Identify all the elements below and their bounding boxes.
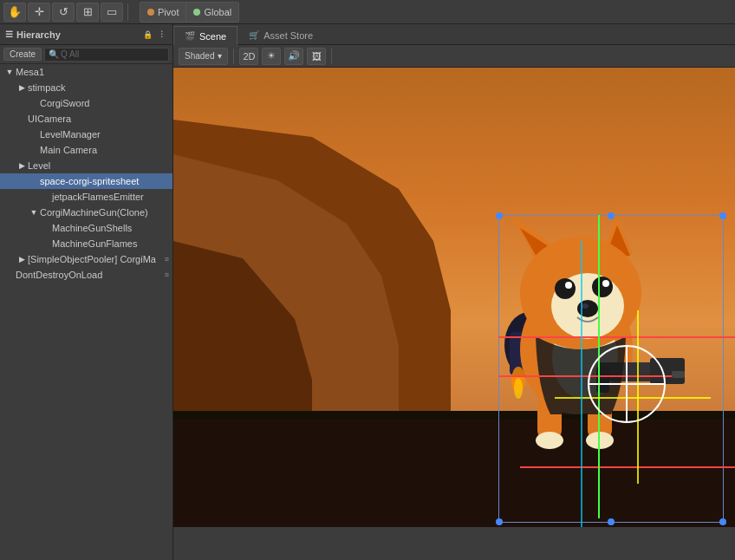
item-label: Main Camera [40, 145, 97, 155]
scene-toolbar-sep2 [331, 49, 332, 64]
scene-panel: 🎬 Scene 🛒 Asset Store Shaded ▾ 2D ☀ 🔊 [173, 24, 735, 560]
move-tool-button[interactable]: ✛ [28, 3, 50, 22]
hierarchy-item-flames[interactable]: MachineGunFlames [0, 236, 172, 251]
hierarchy-header-actions: 🔒 ⋮ [141, 29, 167, 41]
item-label: MachineGunFlames [52, 238, 137, 249]
hierarchy-toolbar: Create 🔍 Q All [0, 45, 172, 64]
hand-tool-button[interactable]: ✋ [3, 3, 26, 22]
item-label: MachineGunShells [52, 223, 132, 233]
hierarchy-item-stimpack[interactable]: ▶ stimpack [0, 80, 172, 95]
item-label: [SimpleObjectPooler] CorgiMa [28, 254, 156, 264]
item-label: CorgiSword [40, 98, 89, 108]
assetstore-tab-label: Asset Store [263, 30, 313, 41]
pivot-label: Pivot [158, 7, 179, 17]
scene-tab-label: Scene [199, 31, 226, 42]
scene-tab-icon: 🎬 [185, 31, 195, 41]
arrow-icon: ▶ [16, 161, 28, 170]
hierarchy-item-corgisword[interactable]: CorgiSword [0, 95, 172, 111]
hierarchy-panel: ☰ Hierarchy 🔒 ⋮ Create 🔍 Q All ▼ Mesa1 ▶ [0, 24, 173, 560]
hierarchy-item-levelmanager[interactable]: LevelManager [0, 127, 172, 142]
svg-point-23 [592, 277, 613, 297]
audio-icon: 🔊 [288, 50, 300, 62]
pivot-global-group: Pivot Global [140, 2, 239, 23]
item-label: LevelManager [40, 129, 101, 140]
scene-viewport[interactable] [173, 68, 735, 560]
svg-point-26 [577, 300, 598, 317]
toolbar-separator [127, 3, 128, 21]
rect-tool-button[interactable]: ▭ [101, 3, 123, 22]
item-label: Mesa1 [16, 67, 44, 77]
hierarchy-title: Hierarchy [16, 29, 61, 40]
asset-store-tab[interactable]: 🛒 Asset Store [237, 25, 324, 44]
create-button[interactable]: Create [3, 48, 42, 61]
svg-point-25 [602, 280, 609, 287]
effects-icon: 🖼 [312, 51, 322, 62]
hierarchy-item-dontdestroy[interactable]: DontDestroyOnLoad ≡ [0, 267, 172, 283]
item-label: stimpack [28, 82, 65, 93]
arrow-icon: ▶ [16, 83, 28, 92]
2d-label: 2D [243, 51, 255, 62]
global-dot-icon [193, 9, 200, 16]
hierarchy-menu-button[interactable]: ⋮ [155, 29, 167, 41]
scene-toolbar-sep1 [233, 49, 234, 64]
svg-point-9 [514, 378, 523, 399]
hierarchy-list: ▼ Mesa1 ▶ stimpack CorgiSword UICamera L… [0, 64, 172, 560]
item-label: DontDestroyOnLoad [16, 270, 102, 280]
hierarchy-lock-button[interactable]: 🔒 [141, 29, 153, 41]
shading-chevron-icon: ▾ [218, 51, 222, 61]
item-label: space-corgi-spritesheet [40, 176, 139, 186]
scene-tabs: 🎬 Scene 🛒 Asset Store [173, 24, 735, 45]
main-layout: ☰ Hierarchy 🔒 ⋮ Create 🔍 Q All ▼ Mesa1 ▶ [0, 24, 735, 560]
item-label: jetpackFlamesEmitter [52, 192, 144, 202]
item-menu-icon: ≡ [165, 255, 169, 264]
hierarchy-search[interactable]: 🔍 Q All [44, 48, 169, 62]
lighting-icon: ☀ [267, 50, 276, 62]
item-label: UICamera [28, 114, 71, 124]
item-label: Level [28, 160, 50, 171]
hierarchy-item-maincamera[interactable]: Main Camera [0, 142, 172, 158]
search-placeholder: Q All [61, 49, 79, 59]
svg-point-22 [555, 278, 576, 299]
hierarchy-item-shells[interactable]: MachineGunShells [0, 220, 172, 236]
svg-point-27 [582, 303, 589, 309]
rotate-tool-button[interactable]: ↺ [52, 3, 75, 22]
svg-point-13 [536, 432, 563, 449]
item-menu-icon: ≡ [165, 270, 169, 279]
shading-dropdown[interactable]: Shaded ▾ [179, 48, 228, 65]
2d-button[interactable]: 2D [239, 48, 258, 65]
top-toolbar: ✋ ✛ ↺ ⊞ ▭ Pivot Global [0, 0, 735, 24]
shading-label: Shaded [185, 51, 214, 61]
scene-tab[interactable]: 🎬 Scene [173, 26, 237, 45]
svg-rect-30 [672, 371, 685, 378]
hierarchy-header: ☰ Hierarchy 🔒 ⋮ [0, 24, 172, 45]
hierarchy-item-level[interactable]: ▶ Level [0, 158, 172, 173]
audio-button[interactable]: 🔊 [284, 48, 303, 65]
scale-tool-button[interactable]: ⊞ [76, 3, 99, 22]
effects-button[interactable]: 🖼 [307, 48, 326, 65]
arrow-icon: ▼ [28, 208, 40, 217]
assetstore-tab-icon: 🛒 [249, 30, 259, 40]
hierarchy-item-simplepooler[interactable]: ▶ [SimpleObjectPooler] CorgiMa ≡ [0, 251, 172, 267]
hierarchy-panel-icon: ☰ [5, 29, 13, 39]
corgi-character-svg [459, 206, 685, 466]
pivot-button[interactable]: Pivot [140, 3, 186, 22]
global-button[interactable]: Global [186, 3, 238, 22]
hierarchy-item-mesa1[interactable]: ▼ Mesa1 [0, 64, 172, 80]
global-label: Global [204, 7, 231, 17]
arrow-icon: ▶ [16, 255, 28, 264]
hierarchy-item-uicamera[interactable]: UICamera [0, 111, 172, 127]
arrow-icon: ▼ [3, 68, 16, 76]
hierarchy-item-spritesheet[interactable]: space-corgi-spritesheet [0, 173, 172, 189]
svg-point-15 [586, 432, 614, 449]
item-label: CorgiMachineGun(Clone) [40, 207, 148, 218]
lighting-button[interactable]: ☀ [262, 48, 281, 65]
hierarchy-item-jetpack[interactable]: jetpackFlamesEmitter [0, 189, 172, 205]
svg-point-24 [565, 282, 572, 289]
scene-toolbar: Shaded ▾ 2D ☀ 🔊 🖼 [173, 45, 735, 68]
pivot-dot-icon [147, 9, 154, 16]
search-icon: 🔍 [49, 49, 59, 59]
hierarchy-item-corgiclone[interactable]: ▼ CorgiMachineGun(Clone) [0, 205, 172, 220]
